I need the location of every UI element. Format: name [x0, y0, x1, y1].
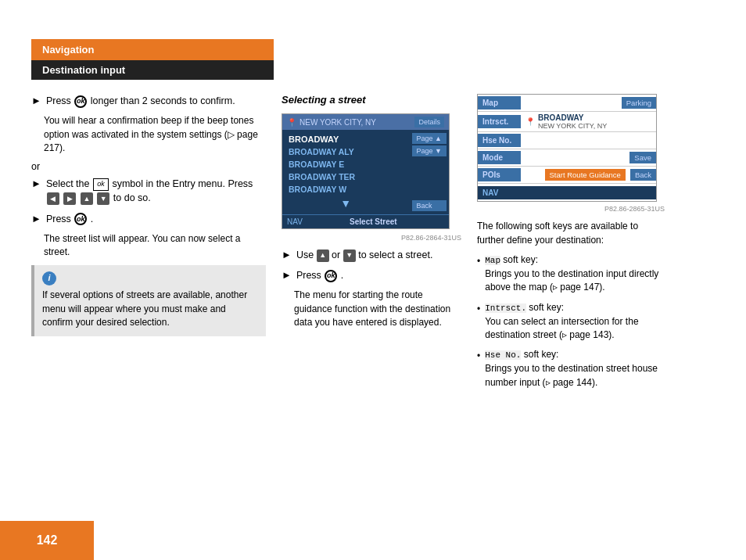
- screen-ref-right: P82.86-2865-31US: [477, 205, 665, 213]
- bullet-dot-1: •: [477, 255, 480, 295]
- right-bullet-map: • Map soft key: Brings you to the destin…: [477, 253, 665, 295]
- right-intro: The following soft keys are available to…: [477, 219, 665, 247]
- mode-row: Mode Save: [478, 149, 656, 167]
- sub-text-1: You will hear a confirmation beep if the…: [44, 114, 266, 155]
- mid-bullet-2-text: Press ok .: [296, 268, 343, 282]
- nav-footer-left: NAV: [287, 217, 303, 226]
- pois-row: POIs Start Route Guidance Back: [478, 167, 656, 184]
- back-label: Back: [417, 202, 432, 210]
- mode-content: [521, 156, 629, 160]
- screen-body: BROADWAY BROADWAY ALY BROADWAY E BROADWA…: [282, 130, 449, 214]
- nav-footer-center: Select Street: [350, 217, 397, 226]
- right-bullet-map-text: Map soft key: Brings you to the destinat…: [485, 253, 665, 295]
- bullet-item-2: ► Select the ok symbol in the Entry menu…: [31, 177, 266, 205]
- map-row: Map Parking: [478, 95, 656, 112]
- street-item-broadway-w: BROADWAY W: [282, 183, 410, 196]
- select-label: Select the: [46, 178, 90, 189]
- arrow-icon-mid-1: ►: [282, 249, 292, 260]
- down-btn: ▼: [97, 192, 109, 205]
- hseno-label: Hse No.: [478, 134, 521, 147]
- start-route-btn[interactable]: Start Route Guidance: [545, 169, 626, 181]
- arrow-icon-mid-2: ►: [282, 269, 292, 281]
- mid-bullet-2: ► Press ok .: [282, 268, 461, 282]
- press-label-1: Press: [46, 95, 71, 106]
- right-bullet-intrsct-text: Intrsct. soft key: You can select an int…: [485, 301, 665, 343]
- up-arrow-btn: ▲: [317, 249, 329, 262]
- right-column: Map Parking Intrsct. 📍 BROADWAY NEW YORK…: [477, 94, 665, 396]
- press-label-mid: Press: [296, 270, 321, 281]
- section-bar: Destination input: [31, 60, 274, 80]
- mid-bullet2-sub: The menu for starting the route guidance…: [294, 289, 461, 329]
- mid-bullet-1: ► Use ▲ or ▼ to select a street.: [282, 248, 461, 262]
- nav-footer-right: NAV: [478, 186, 656, 199]
- back-btn-mid[interactable]: Back: [412, 200, 447, 211]
- right-bullet-hseno-text: Hse No. soft key: Brings you to the dest…: [485, 348, 665, 389]
- details-btn[interactable]: Details: [414, 117, 444, 127]
- bullet-dot-3: •: [477, 350, 480, 389]
- street-item-broadway-ter: BROADWAY TER: [282, 171, 410, 183]
- or-label: or: [31, 161, 266, 172]
- bullet3-suffix: .: [91, 214, 93, 224]
- location-icon: 📍: [287, 118, 296, 127]
- bullet-dot-2: •: [477, 303, 480, 343]
- nav-screen-right: Map Parking Intrsct. 📍 BROADWAY NEW YORK…: [477, 94, 657, 202]
- up-btn: ▲: [81, 192, 93, 205]
- screen-ref-mid: P82.86-2864-31US: [282, 234, 461, 242]
- mid-bullet2-suffix: .: [341, 270, 343, 281]
- hseno-content: [521, 139, 656, 142]
- bullet2-suffix2: to do so.: [113, 192, 151, 203]
- right-bullet-hseno: • Hse No. soft key: Brings you to the de…: [477, 348, 665, 389]
- arrow-icon-2: ►: [31, 178, 41, 189]
- hseno-row: Hse No.: [478, 132, 656, 149]
- selecting-street-title: Selecting a street: [282, 94, 461, 106]
- section-label: Destination input: [42, 64, 125, 76]
- nav-screen-header: 📍 NEW YORK CITY, NY Details: [282, 114, 449, 130]
- main-content: ► Press ok longer than 2 seconds to conf…: [0, 94, 746, 396]
- save-btn[interactable]: Save: [629, 152, 656, 163]
- nav-header-label: Navigation: [42, 44, 94, 56]
- right-btn: ▶: [63, 192, 76, 205]
- hseno-code: Hse No.: [485, 350, 521, 360]
- intrsct-content: 📍 BROADWAY NEW YORK CITY, NY: [521, 112, 656, 131]
- page-up-label: Page ▲: [417, 135, 442, 142]
- bullet1-suffix: longer than 2 seconds to confirm.: [91, 95, 235, 106]
- ok-box: ok: [93, 178, 109, 191]
- intrsct-icon: 📍: [525, 117, 535, 126]
- left-column: ► Press ok longer than 2 seconds to conf…: [31, 94, 266, 396]
- header-city: NEW YORK CITY, NY: [299, 118, 376, 127]
- intrsct-code: Intrsct.: [485, 303, 526, 313]
- scroll-indicator: ▼: [282, 196, 410, 211]
- street-item-broadway-e: BROADWAY E: [282, 158, 410, 171]
- nav-list: BROADWAY BROADWAY ALY BROADWAY E BROADWA…: [282, 130, 410, 214]
- back-btn-right[interactable]: Back: [630, 169, 656, 181]
- left-btn: ◀: [47, 192, 59, 205]
- middle-column: Selecting a street 📍 NEW YORK CITY, NY D…: [282, 94, 461, 396]
- bullet-item-1: ► Press ok longer than 2 seconds to conf…: [31, 94, 266, 108]
- bullet-3-text: Press ok .: [46, 212, 93, 226]
- page-down-label: Page ▼: [417, 147, 442, 155]
- nav-row: NAV: [478, 184, 656, 201]
- info-icon: i: [42, 271, 56, 285]
- arrow-icon-3: ►: [31, 213, 41, 224]
- select-street-label: to select a street.: [358, 249, 432, 260]
- page-controls: Page ▲ Page ▼ Back: [410, 130, 449, 214]
- mid-bullet-1-text: Use ▲ or ▼ to select a street.: [296, 248, 432, 262]
- parking-btn[interactable]: Parking: [622, 97, 656, 109]
- page-up-btn[interactable]: Page ▲: [412, 133, 447, 144]
- page-down-btn[interactable]: Page ▼: [412, 145, 447, 156]
- arrow-icon-1: ►: [31, 95, 41, 106]
- map-code: Map: [485, 256, 500, 265]
- or-label-mid: or: [332, 249, 340, 260]
- page-footer: 142: [0, 521, 94, 560]
- info-box: i If several options of streets are avai…: [31, 265, 266, 336]
- bullet2-suffix: symbol in the Entry menu. Press: [112, 178, 253, 189]
- mode-label: Mode: [478, 151, 521, 164]
- street-item-broadway: BROADWAY: [282, 133, 410, 145]
- use-label: Use: [296, 249, 314, 260]
- street-name: BROADWAY: [538, 113, 607, 122]
- pois-label: POIs: [478, 168, 521, 181]
- intrsct-label: Intrsct.: [478, 115, 521, 128]
- bullet-item-3: ► Press ok .: [31, 212, 266, 226]
- mid-bullets: ► Use ▲ or ▼ to select a street. ► Press…: [282, 248, 461, 329]
- right-bullets: • Map soft key: Brings you to the destin…: [477, 253, 665, 389]
